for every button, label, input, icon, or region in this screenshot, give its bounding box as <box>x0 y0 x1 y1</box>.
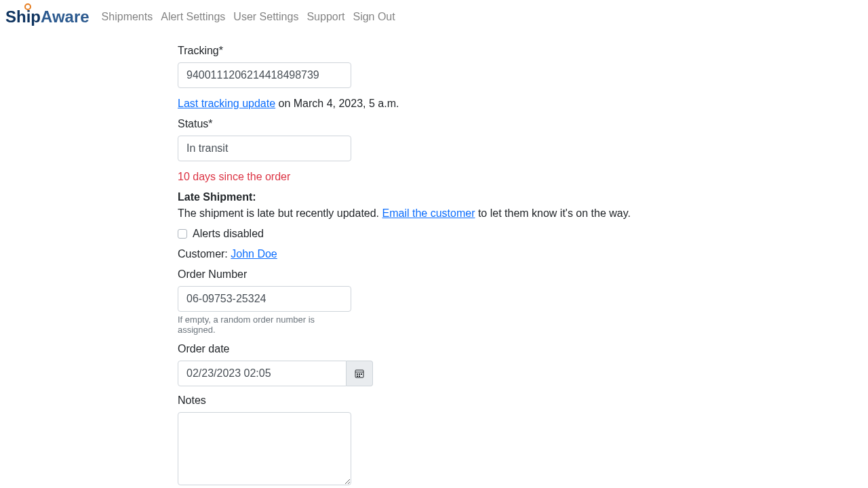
logo-text-aware: Aware <box>41 7 90 26</box>
tracking-label: Tracking* <box>178 45 351 57</box>
nav-shipments[interactable]: Shipments <box>98 5 157 28</box>
email-customer-link[interactable]: Email the customer <box>382 207 475 219</box>
order-date-input[interactable] <box>178 361 347 386</box>
svg-rect-2 <box>357 373 358 375</box>
order-number-help: If empty, a random order number is assig… <box>178 314 351 335</box>
order-date-label: Order date <box>178 343 690 355</box>
alerts-disabled-row: Alerts disabled <box>178 228 690 240</box>
calendar-icon <box>355 369 364 378</box>
nav-support[interactable]: Support <box>302 5 349 28</box>
late-shipment-block: Late Shipment: The shipment is late but … <box>178 191 690 220</box>
order-number-label: Order Number <box>178 268 351 281</box>
late-shipment-title: Late Shipment: <box>178 191 690 203</box>
nav-sign-out[interactable]: Sign Out <box>349 5 399 28</box>
nav-alert-settings[interactable]: Alert Settings <box>157 5 229 28</box>
nav-user-settings[interactable]: User Settings <box>229 5 302 28</box>
alerts-disabled-checkbox[interactable] <box>178 229 187 239</box>
svg-rect-3 <box>359 373 360 375</box>
status-input[interactable] <box>178 136 351 161</box>
logo-text-ship: Ship <box>5 7 41 26</box>
nav-links: Shipments Alert Settings User Settings S… <box>98 5 399 28</box>
logo-dot-icon <box>24 3 31 10</box>
last-tracking-update-link[interactable]: Last tracking update <box>178 98 275 109</box>
navbar: ShipAware Shipments Alert Settings User … <box>0 0 868 34</box>
svg-rect-5 <box>357 375 358 377</box>
brand-logo[interactable]: ShipAware <box>5 7 90 26</box>
alerts-disabled-label: Alerts disabled <box>193 228 264 240</box>
late-shipment-desc-prefix: The shipment is late but recently update… <box>178 207 382 219</box>
calendar-button[interactable] <box>347 361 373 386</box>
svg-rect-4 <box>361 373 362 375</box>
customer-prefix: Customer: <box>178 248 231 260</box>
days-since-warning: 10 days since the order <box>178 171 690 183</box>
svg-rect-6 <box>359 375 360 377</box>
customer-line: Customer: John Doe <box>178 248 690 260</box>
status-label: Status* <box>178 118 351 130</box>
customer-link[interactable]: John Doe <box>231 248 277 260</box>
late-shipment-desc-suffix: to let them know it's on the way. <box>475 207 631 219</box>
tracking-input[interactable] <box>178 62 351 88</box>
last-update-text: on March 4, 2023, 5 a.m. <box>275 98 399 109</box>
order-date-group <box>178 361 373 386</box>
order-number-input[interactable] <box>178 286 351 312</box>
notes-label: Notes <box>178 394 351 407</box>
notes-textarea[interactable] <box>178 412 351 485</box>
last-update-line: Last tracking update on March 4, 2023, 5… <box>178 98 690 110</box>
